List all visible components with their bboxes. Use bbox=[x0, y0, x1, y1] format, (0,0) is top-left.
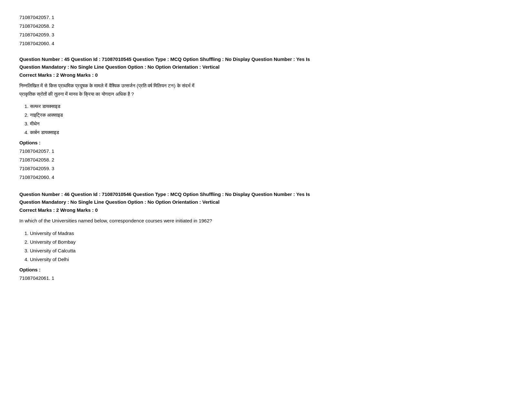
question-46-option-1: 1. University of Madras bbox=[25, 229, 513, 238]
question-46-text: In which of the Universities named below… bbox=[19, 217, 513, 225]
question-45-meta: Question Number : 45 Question Id : 71087… bbox=[19, 55, 513, 71]
question-46-option-4: 4. University of Delhi bbox=[25, 255, 513, 264]
question-45-option-3: 3. मीथेन bbox=[25, 119, 513, 128]
prev-option-3: 71087042059. 3 bbox=[19, 30, 513, 39]
prev-option-1: 71087042057. 1 bbox=[19, 13, 513, 22]
prev-option-2: 71087042058. 2 bbox=[19, 22, 513, 30]
question-45-option-4: 4. कार्बन डायक्साइड bbox=[25, 128, 513, 137]
prev-option-ids: 71087042057. 1 71087042058. 2 7108704205… bbox=[19, 13, 513, 48]
question-45-meta-line1: Question Number : 45 Question Id : 71087… bbox=[19, 56, 310, 62]
question-46-answer-options: 1. University of Madras 2. University of… bbox=[25, 229, 513, 264]
question-45-marks: Correct Marks : 2 Wrong Marks : 0 bbox=[19, 72, 513, 78]
question-46-meta-line1: Question Number : 46 Question Id : 71087… bbox=[19, 191, 310, 197]
question-46-options-label: Options : bbox=[19, 267, 513, 272]
prev-option-4: 71087042060. 4 bbox=[19, 39, 513, 48]
prev-options-section: 71087042057. 1 71087042058. 2 7108704205… bbox=[19, 13, 513, 48]
question-45-option-ids: 71087042057. 1 71087042058. 2 7108704205… bbox=[19, 147, 513, 181]
question-45-block: Question Number : 45 Question Id : 71087… bbox=[19, 55, 513, 181]
question-45-opt-id-1: 71087042057. 1 bbox=[19, 147, 513, 155]
question-45-answer-options: 1. सल्फर डायक्साइड 2. नाइट्रिक आक्साइड 3… bbox=[25, 102, 513, 137]
question-46-meta-line2: Question Mandatory : No Single Line Ques… bbox=[19, 199, 220, 205]
question-46-option-3: 3. University of Calcutta bbox=[25, 246, 513, 255]
question-46-meta: Question Number : 46 Question Id : 71087… bbox=[19, 191, 513, 206]
question-46-opt-id-1: 71087042061. 1 bbox=[19, 274, 513, 282]
question-45-option-2: 2. नाइट्रिक आक्साइड bbox=[25, 111, 513, 119]
question-45-option-1: 1. सल्फर डायक्साइड bbox=[25, 102, 513, 111]
question-45-opt-id-4: 71087042060. 4 bbox=[19, 173, 513, 181]
question-45-opt-id-2: 71087042058. 2 bbox=[19, 155, 513, 164]
question-46-block: Question Number : 46 Question Id : 71087… bbox=[19, 191, 513, 282]
question-46-marks: Correct Marks : 2 Wrong Marks : 0 bbox=[19, 207, 513, 213]
question-46-text-content: In which of the Universities named below… bbox=[19, 218, 212, 223]
question-45-opt-id-3: 71087042059. 3 bbox=[19, 164, 513, 173]
question-45-options-label: Options : bbox=[19, 140, 513, 145]
question-45-meta-line2: Question Mandatory : No Single Line Ques… bbox=[19, 64, 220, 70]
question-45-text-line1: निम्नलिखित में से किस प्राथमिक प्रदूषक क… bbox=[19, 83, 194, 88]
question-46-option-2: 2. University of Bombay bbox=[25, 238, 513, 246]
question-45-text: निम्नलिखित में से किस प्राथमिक प्रदूषक क… bbox=[19, 82, 513, 98]
question-46-option-ids: 71087042061. 1 bbox=[19, 274, 513, 282]
question-45-text-line2: प्राकृतिक स्रोतों की तुलना में मानव के क… bbox=[19, 91, 134, 97]
